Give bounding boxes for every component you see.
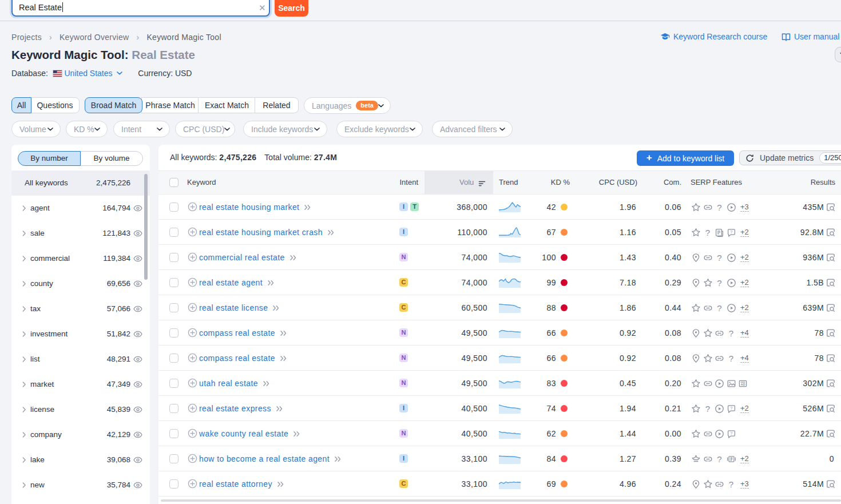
svg-text:?: ? xyxy=(730,405,732,410)
svg-text:?: ? xyxy=(730,430,732,435)
svg-text:?: ? xyxy=(730,229,732,234)
svg-text:AD: AD xyxy=(740,383,745,386)
